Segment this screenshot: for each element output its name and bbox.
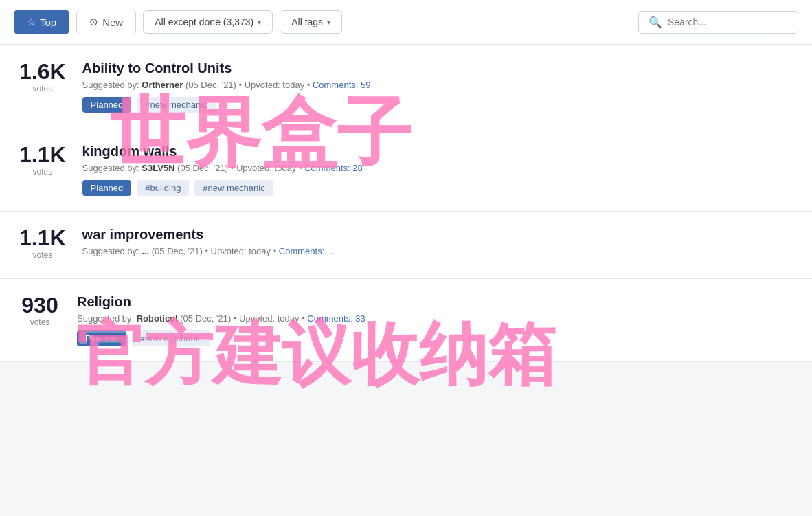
tags-caret-icon: ▾ <box>327 19 330 26</box>
vote-label: votes <box>32 250 52 260</box>
filter-label: All except done (3,373) <box>155 16 253 27</box>
card-item: 1.6K votes Ability to Control Units Sugg… <box>0 45 812 128</box>
card-comments-link[interactable]: Comments: 33 <box>307 313 365 324</box>
tab-new[interactable]: ⊙ New <box>76 10 136 34</box>
filter-dropdown[interactable]: All except done (3,373) ▾ <box>143 10 273 34</box>
tag[interactable]: #new mechanic <box>132 330 210 346</box>
card-tags: Planned#new mechanic <box>82 97 793 113</box>
vote-count: 930 votes <box>19 294 60 327</box>
vote-label: votes <box>30 317 50 327</box>
tab-top-label: Top <box>40 16 56 28</box>
vote-count: 1.1K votes <box>19 227 66 260</box>
tag[interactable]: #new mechanic <box>194 180 273 196</box>
vote-count: 1.1K votes <box>19 144 66 177</box>
card-meta: Suggested by: ... (05 Dec, '21) • Upvote… <box>82 246 793 256</box>
card-tags: Planned#building#new mechanic <box>82 180 793 196</box>
tags-dropdown[interactable]: All tags ▾ <box>280 10 342 34</box>
card-meta: Suggested by: Roboticol (05 Dec, '21) • … <box>77 313 793 324</box>
card-title[interactable]: war improvements <box>82 227 793 243</box>
tag[interactable]: Planned <box>82 180 132 196</box>
card-meta: Suggested by: Ortherner (05 Dec, '21) • … <box>82 80 793 90</box>
vote-number: 1.6K <box>19 60 66 82</box>
card-item: 1.1K votes war improvements Suggested by… <box>0 212 812 279</box>
tag[interactable]: #new mechanic <box>137 97 215 113</box>
clock-icon: ⊙ <box>89 16 98 28</box>
card-body: Religion Suggested by: Roboticol (05 Dec… <box>77 294 793 346</box>
card-author: Roboticol <box>137 313 178 324</box>
card-item: 930 votes Religion Suggested by: Robotic… <box>0 279 812 362</box>
vote-label: votes <box>32 167 52 177</box>
toolbar: ☆ Top ⊙ New All except done (3,373) ▾ Al… <box>0 0 812 45</box>
tab-top[interactable]: ☆ Top <box>14 10 69 34</box>
vote-number: 930 <box>21 294 58 316</box>
tag[interactable]: #building <box>137 180 189 196</box>
vote-number: 1.1K <box>19 144 66 166</box>
filter-caret-icon: ▾ <box>258 19 261 26</box>
tags-label: All tags <box>291 16 323 27</box>
vote-label: votes <box>32 84 52 93</box>
card-title[interactable]: kingdom walls <box>82 144 793 159</box>
card-title[interactable]: Ability to Control Units <box>82 60 793 76</box>
card-comments-link[interactable]: Comments: ... <box>279 246 335 256</box>
card-meta: Suggested by: S3LV5N (05 Dec, '21) • Upv… <box>82 163 793 173</box>
vote-number: 1.1K <box>19 227 66 249</box>
search-container: 🔍 <box>638 11 798 34</box>
card-author: ... <box>142 246 149 256</box>
card-body: kingdom walls Suggested by: S3LV5N (05 D… <box>82 144 793 196</box>
feed: 1.6K votes Ability to Control Units Sugg… <box>0 45 812 362</box>
card-comments-link[interactable]: Comments: 28 <box>304 163 363 173</box>
card-author: Ortherner <box>142 80 183 90</box>
search-icon: 🔍 <box>649 16 662 29</box>
card-tags: Planned#new mechanic <box>77 330 793 346</box>
search-input[interactable] <box>668 16 788 27</box>
tab-new-label: New <box>102 16 123 28</box>
star-icon: ☆ <box>27 16 36 28</box>
card-title[interactable]: Religion <box>77 294 793 310</box>
card-comments-link[interactable]: Comments: 59 <box>313 80 371 90</box>
tag[interactable]: Planned <box>77 330 126 346</box>
tag[interactable]: Planned <box>82 97 132 113</box>
card-body: war improvements Suggested by: ... (05 D… <box>82 227 793 263</box>
card-body: Ability to Control Units Suggested by: O… <box>82 60 793 113</box>
card-item: 1.1K votes kingdom walls Suggested by: S… <box>0 128 812 212</box>
card-author: S3LV5N <box>142 163 174 173</box>
vote-count: 1.6K votes <box>19 60 66 93</box>
